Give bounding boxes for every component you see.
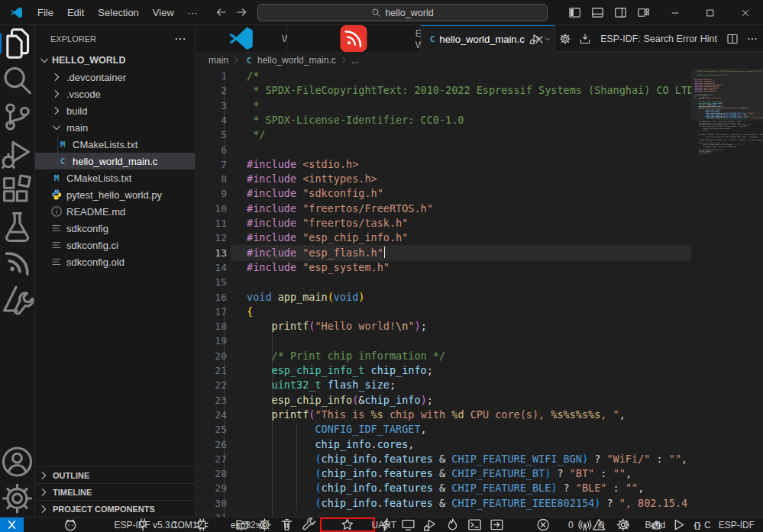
history-navigation <box>215 6 247 18</box>
line-content: (chip_info.features & CHIP_FEATURE_WIFI_… <box>247 452 687 466</box>
install-icon[interactable] <box>579 33 591 45</box>
section-project-components[interactable]: PROJECT COMPONENTS <box>35 500 195 517</box>
tree-indent-guide <box>57 136 58 169</box>
menu-more[interactable]: ··· <box>181 0 205 24</box>
status-language-mode[interactable]: {}C <box>690 517 714 532</box>
status-problems[interactable]: 00 <box>516 517 570 532</box>
code-editor[interactable]: 1/*2 * SPDX-FileCopyrightText: 2010-2022… <box>196 69 763 517</box>
status-device-target[interactable]: esp32s3 <box>172 517 231 532</box>
source-control-icon <box>0 98 34 135</box>
chevron-down-icon[interactable] <box>544 35 551 43</box>
line-content: chip_info.cores, <box>247 437 414 452</box>
code-line-8: 8#include <inttypes.h> <box>196 172 691 186</box>
status-build-flash-monitor[interactable] <box>441 517 464 532</box>
tree-item-readme-md[interactable]: README.md <box>35 203 195 220</box>
status-terminal[interactable] <box>464 517 486 532</box>
tree-item-pytest-hello-world-py[interactable]: pytest_hello_world.py <box>35 186 195 203</box>
activity-item-esp-idf-tools[interactable] <box>0 282 34 318</box>
status-debug-device[interactable] <box>419 517 441 532</box>
maximize-button[interactable] <box>693 0 728 25</box>
tree-item-label: .vscode <box>66 89 101 100</box>
tree-item-cmakelists-txt[interactable]: MCMakeLists.txt <box>35 136 195 153</box>
line-number: 4 <box>196 113 227 127</box>
breadcrumb-item[interactable]: main <box>209 55 228 66</box>
run-or-debug-icon[interactable] <box>529 33 542 45</box>
code-line-3: 3 * <box>196 98 691 113</box>
tree-item-sdkconfig-ci[interactable]: sdkconfig.ci <box>35 237 195 253</box>
toggle-secondary-sidebar-icon[interactable] <box>614 6 627 19</box>
tree-item-hello-world-main-c[interactable]: Chello_world_main.c <box>35 153 195 169</box>
tree-item-label: sdkconfig.old <box>66 256 124 268</box>
go-forward-icon[interactable] <box>235 6 247 18</box>
status-debug-task[interactable] <box>645 517 668 532</box>
status-flash-device[interactable] <box>375 517 397 532</box>
tree-item-sdkconfig[interactable]: sdkconfig <box>35 220 195 237</box>
toggle-panel-icon[interactable] <box>591 6 604 19</box>
tree-item--devcontainer[interactable]: .devcontainer <box>35 69 195 85</box>
tree-item-main[interactable]: main <box>35 119 195 136</box>
section-timeline[interactable]: TIMELINE <box>35 483 195 500</box>
activity-item-testing[interactable] <box>0 208 34 245</box>
status-espidf-extension[interactable]: ESP-IDF <box>715 517 763 532</box>
go-back-icon[interactable] <box>215 6 228 18</box>
activity-item-run-and-debug[interactable] <box>0 135 34 172</box>
line-content: CONFIG_IDF_TARGET, <box>247 422 427 437</box>
file-tree: .devcontainer.vscodebuildmainMCMakeLists… <box>35 69 195 466</box>
tab-esp-idf-welcome[interactable]: ESP-IDF Welcome <box>287 25 421 52</box>
status-select-project-folder[interactable] <box>231 517 254 532</box>
title-bar: FileEditSelectionView··· hello_world <box>0 0 763 25</box>
line-content: printf("Hello world!\n"); <box>247 319 427 334</box>
tree-root-hello-world[interactable]: HELLO_WORLD <box>35 52 195 69</box>
tree-item-build[interactable]: build <box>35 102 195 119</box>
status-remote[interactable] <box>0 517 24 532</box>
status-serial-port[interactable]: COM12 <box>115 517 171 532</box>
split-editor-icon[interactable] <box>726 33 739 45</box>
menu-view[interactable]: View <box>146 0 181 24</box>
code-line-16: 16void app_main(void) <box>196 290 691 305</box>
minimap-slider[interactable] <box>691 69 763 121</box>
play-icon <box>671 517 686 532</box>
menu-file[interactable]: File <box>31 0 60 24</box>
more-actions-icon[interactable] <box>173 32 187 46</box>
section-outline[interactable]: OUTLINE <box>35 466 195 483</box>
status-monitor-device[interactable] <box>397 517 419 532</box>
status-build-task[interactable]: Build <box>600 517 646 532</box>
activity-item-search[interactable] <box>0 62 34 98</box>
code-line-15: 15 <box>196 275 691 289</box>
code-line-30: 30 (chip_info.features & CHIP_FEATURE_IE… <box>196 496 691 511</box>
activity-item-explorer[interactable] <box>0 25 34 62</box>
code-line-6: 6 <box>196 143 691 157</box>
menu-selection[interactable]: Selection <box>91 0 145 24</box>
status-full-clean[interactable] <box>276 517 298 532</box>
gear-icon[interactable] <box>559 33 571 45</box>
tree-item--vscode[interactable]: .vscode <box>35 85 195 102</box>
tree-item-cmakelists-txt[interactable]: MCMakeLists.txt <box>35 169 195 186</box>
command-center-search[interactable]: hello_world <box>257 4 548 21</box>
menu-edit[interactable]: Edit <box>60 0 91 24</box>
status-sdk-configuration[interactable] <box>254 517 276 532</box>
close-button[interactable] <box>728 0 763 25</box>
tree-item-sdkconfig-old[interactable]: sdkconfig.old <box>35 253 195 270</box>
activity-item-accounts[interactable] <box>0 443 34 480</box>
breadcrumb-item[interactable]: Chello_world_main.c <box>244 55 336 66</box>
status-run-task[interactable] <box>668 517 690 532</box>
breadcrumb-item[interactable]: ... <box>351 55 359 66</box>
activity-item-extensions[interactable] <box>0 172 34 208</box>
activity-item-source-control[interactable] <box>0 98 34 135</box>
minimap[interactable]: /* * SPDX-FileCopyrightText: 2010-2022 E… <box>691 69 763 517</box>
customize-layout-icon[interactable] <box>637 6 650 19</box>
toggle-primary-sidebar-icon[interactable] <box>568 6 581 19</box>
tab-welcome[interactable]: Welcome <box>196 25 287 52</box>
status-espidf-version[interactable]: ESP-IDF v5.3.1 <box>26 517 115 532</box>
line-number: 23 <box>196 393 227 408</box>
status-flash-method[interactable]: UART <box>320 517 374 532</box>
workbench: EXPLORER HELLO_WORLD .devcontainer.vscod… <box>0 25 763 517</box>
status-ports-forwarded[interactable]: 0 <box>570 517 600 532</box>
minimize-button[interactable] <box>658 0 693 25</box>
activity-item-manage[interactable] <box>0 480 34 517</box>
activity-item-esp-idf-explorer[interactable] <box>0 245 34 282</box>
status-custom-task[interactable] <box>298 517 320 532</box>
status-open-idf-terminal[interactable] <box>486 517 508 532</box>
more-actions-icon[interactable] <box>746 33 758 45</box>
esp-idf-search-error-hint-button[interactable]: ESP-IDF: Search Error Hint <box>600 34 717 44</box>
